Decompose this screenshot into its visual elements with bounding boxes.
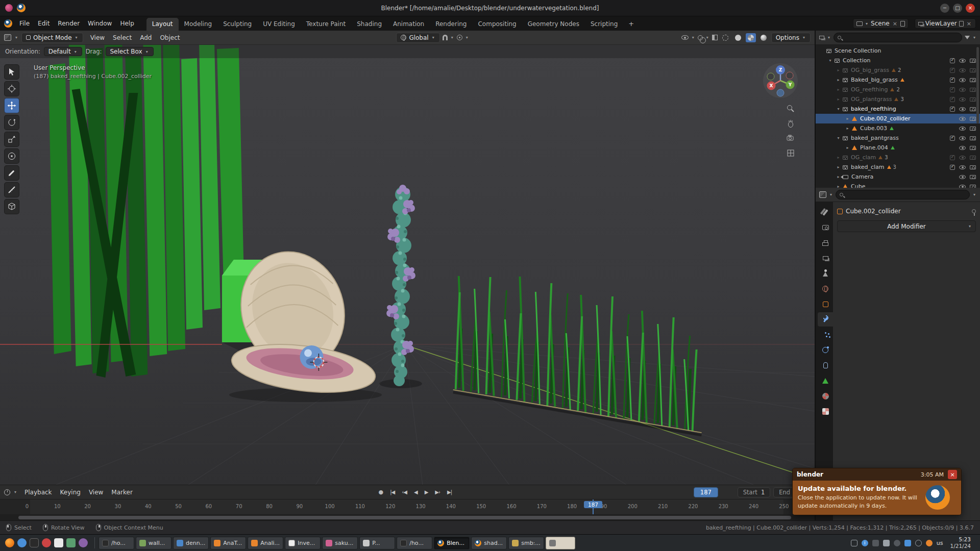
grass-patch-object[interactable] xyxy=(453,276,702,435)
measure-tool[interactable] xyxy=(4,182,19,197)
play-button[interactable]: ▶ xyxy=(423,488,430,496)
shading-material-button[interactable] xyxy=(746,33,756,42)
hide-viewport-icon[interactable] xyxy=(959,107,966,111)
taskbar-window-button[interactable]: smb:... xyxy=(508,537,544,549)
outliner-item-scene-collection[interactable]: Scene Collection xyxy=(816,46,980,56)
render-properties-tab[interactable] xyxy=(818,220,833,235)
checkbox-icon[interactable] xyxy=(950,107,955,112)
unlink-scene-icon[interactable]: × xyxy=(892,20,898,27)
viewlayer-selector[interactable]: ViewLayer × xyxy=(915,18,976,29)
orientation-dropdown[interactable]: Default ▾ xyxy=(44,47,82,56)
outliner-item-baked-clam[interactable]: ▸ baked_clam 3 xyxy=(816,162,980,172)
disable-render-icon[interactable] xyxy=(970,156,976,160)
disable-render-icon[interactable] xyxy=(970,88,976,92)
menubar-menu[interactable]: Window xyxy=(84,18,116,29)
notification-popup[interactable]: blender 3:05 AM × Update available for b… xyxy=(792,468,962,515)
object-properties-tab[interactable] xyxy=(818,297,833,311)
filter-options-chevron[interactable]: ▾ xyxy=(972,35,976,40)
timeline-ruler[interactable]: 0102030405060708090100110120130140150160… xyxy=(0,499,815,514)
breadcrumb-object-name[interactable]: Cube.002_collider xyxy=(846,208,901,215)
checkbox-icon[interactable] xyxy=(950,68,955,73)
hide-viewport-icon[interactable] xyxy=(959,59,966,63)
remove-viewlayer-icon[interactable]: × xyxy=(966,20,972,27)
notification-close-button[interactable]: × xyxy=(948,470,957,479)
expand-icon[interactable]: ▸ xyxy=(844,126,851,131)
world-properties-tab[interactable] xyxy=(818,282,833,296)
expand-icon[interactable]: ▸ xyxy=(835,165,842,169)
constraints-properties-tab[interactable] xyxy=(818,358,833,372)
collapse-icon[interactable]: ▾ xyxy=(835,136,842,140)
tool-properties-tab[interactable] xyxy=(818,205,833,219)
taskbar-window-button[interactable]: Inve... xyxy=(285,537,321,549)
hide-viewport-icon[interactable] xyxy=(959,78,966,82)
close-button[interactable]: × xyxy=(966,4,975,13)
mode-selector[interactable]: Object Mode ▾ xyxy=(21,33,83,43)
launcher-editor-icon[interactable] xyxy=(66,538,76,547)
media-tray-icon[interactable] xyxy=(872,540,879,546)
camera-view-icon[interactable] xyxy=(786,134,795,143)
clock[interactable]: 5:23 1/21/24 xyxy=(947,536,974,549)
menubar-menu[interactable]: Edit xyxy=(34,18,54,29)
scene-properties-tab[interactable] xyxy=(818,266,833,281)
checkbox-icon[interactable] xyxy=(950,165,955,170)
network-tray-icon[interactable] xyxy=(915,540,922,546)
menubar-menu[interactable]: File xyxy=(15,18,34,29)
zoom-icon[interactable] xyxy=(786,104,795,113)
workspace-tab[interactable]: Animation xyxy=(387,18,430,31)
scale-tool[interactable] xyxy=(4,132,19,147)
outliner-item-baked-big-grass[interactable]: ▸ Baked_big_grass xyxy=(816,75,980,85)
next-keyframe-button[interactable]: ▶› xyxy=(433,488,442,496)
physics-properties-tab[interactable] xyxy=(818,343,833,357)
taskbar-window-button[interactable]: Anali... xyxy=(248,537,283,549)
output-properties-tab[interactable] xyxy=(818,236,833,250)
disable-render-icon[interactable] xyxy=(970,78,976,82)
disable-render-icon[interactable] xyxy=(970,127,976,131)
xray-toggle-icon[interactable] xyxy=(712,35,718,40)
workspace-tab[interactable]: Modeling xyxy=(179,18,218,31)
transform-orientation-selector[interactable]: Global ▾ xyxy=(396,33,439,43)
new-scene-icon[interactable] xyxy=(900,21,905,27)
launcher-browser-icon[interactable] xyxy=(5,538,14,547)
visibility-icon[interactable] xyxy=(681,35,689,40)
jump-to-end-button[interactable]: ▶| xyxy=(445,488,454,496)
properties-search[interactable] xyxy=(836,190,970,199)
taskbar-window-button[interactable]: AnaT... xyxy=(210,537,246,549)
expand-icon[interactable]: ▾ xyxy=(827,58,834,63)
outliner-item-og-big-grass[interactable]: ▸ OG_big_grass 2 xyxy=(816,65,980,75)
timeline-scrollbar[interactable] xyxy=(0,514,815,520)
timeline-menu[interactable]: Playback xyxy=(20,487,56,497)
disable-render-icon[interactable] xyxy=(970,175,976,179)
volume-tray-icon[interactable] xyxy=(894,540,900,546)
shading-wireframe-button[interactable] xyxy=(720,33,730,42)
transform-tool[interactable] xyxy=(4,148,19,164)
update-tray-icon[interactable] xyxy=(926,540,933,546)
launcher-settings-icon[interactable] xyxy=(79,538,88,547)
timeline-scrollbar-thumb[interactable] xyxy=(18,516,791,519)
taskbar-window-button[interactable]: saku... xyxy=(322,537,358,549)
taskbar-window-button[interactable] xyxy=(546,537,575,549)
previous-keyframe-button[interactable]: ‹◀ xyxy=(400,488,409,496)
hide-viewport-icon[interactable] xyxy=(959,127,966,131)
launcher-media-icon[interactable] xyxy=(42,538,51,547)
seagrass-left-object[interactable] xyxy=(48,45,244,378)
viewport-menu[interactable]: View xyxy=(86,33,109,43)
outliner-search[interactable] xyxy=(834,33,962,42)
move-tool[interactable] xyxy=(4,98,19,113)
collapse-icon[interactable]: ▾ xyxy=(835,107,842,111)
properties-options-chevron[interactable]: ▾ xyxy=(972,192,976,197)
material-properties-tab[interactable] xyxy=(818,389,833,403)
3d-viewport[interactable]: Orientation: Default ▾ Drag: Select Box … xyxy=(0,45,815,485)
hide-viewport-icon[interactable] xyxy=(959,185,966,188)
checkbox-icon[interactable] xyxy=(950,58,955,63)
keyboard-layout-indicator[interactable]: us xyxy=(937,540,943,546)
jump-to-start-button[interactable]: |◀ xyxy=(388,488,397,496)
workspace-tab[interactable]: Scripting xyxy=(585,18,623,31)
overlays-toggle-icon[interactable] xyxy=(698,35,703,40)
viewport-menu[interactable]: Object xyxy=(156,33,184,43)
current-frame-field[interactable]: 187 xyxy=(694,487,718,497)
shading-solid-button[interactable] xyxy=(733,33,743,42)
taskbar-window-button[interactable]: P... xyxy=(359,537,395,549)
expand-icon[interactable]: ▸ xyxy=(844,116,851,121)
workspace-tab[interactable]: Texture Paint xyxy=(301,18,351,31)
proportional-editing-icon[interactable] xyxy=(457,35,462,40)
